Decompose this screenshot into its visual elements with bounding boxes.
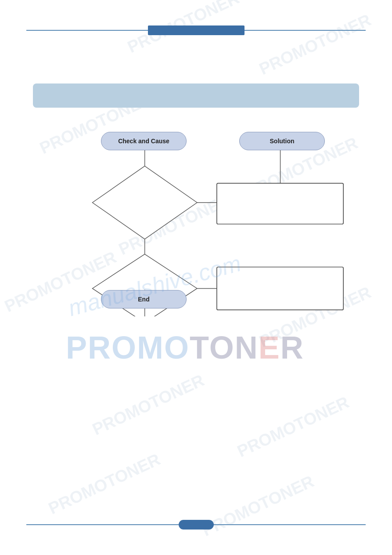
watermark-11: PROMOTONER	[199, 472, 317, 540]
promotoner-big-watermark: PROMOTONER	[66, 330, 304, 366]
watermark-9: PROMOTONER	[234, 393, 352, 461]
header-bar	[33, 83, 359, 108]
svg-marker-1	[92, 166, 197, 239]
end-pill: End	[101, 290, 187, 308]
check-cause-pill: Check and Cause	[101, 132, 187, 150]
watermark-10: PROMOTONER	[46, 450, 163, 519]
check-cause-label: Check and Cause	[118, 138, 169, 145]
solution-pill: Solution	[239, 132, 325, 150]
bottom-border-accent	[179, 520, 214, 530]
watermark-2: PROMOTONER	[256, 11, 374, 79]
svg-rect-8	[217, 267, 343, 310]
flowchart-container: Check and Cause Solution End	[33, 127, 359, 316]
top-border-accent	[148, 25, 245, 35]
watermark-8: PROMOTONER	[90, 371, 207, 439]
end-label: End	[138, 296, 149, 303]
solution-label: Solution	[270, 138, 295, 145]
flowchart-svg	[33, 127, 359, 316]
svg-rect-4	[217, 183, 343, 224]
